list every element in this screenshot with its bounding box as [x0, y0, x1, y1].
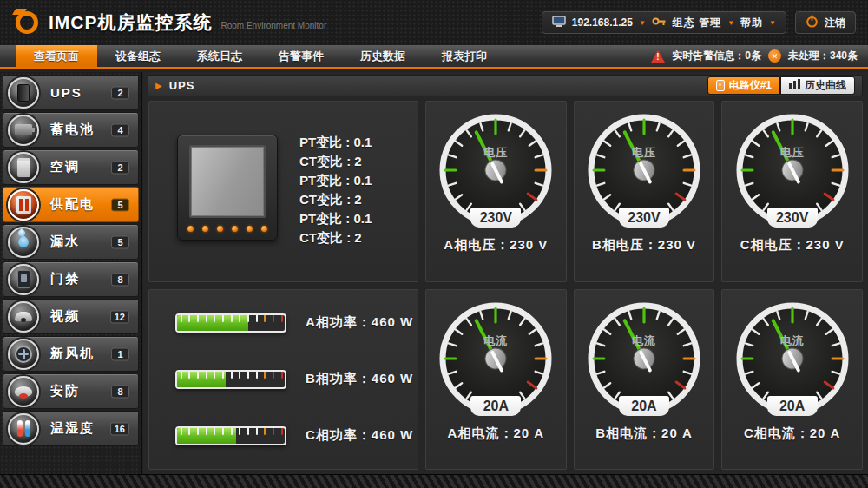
tab-device-config[interactable]: 设备组态	[97, 45, 179, 67]
breadcrumb-arrow-icon: ▶	[155, 81, 162, 90]
gauge-dial-label: 电流	[438, 333, 553, 349]
app-subtitle: Room Environment Monitor	[221, 21, 327, 30]
circuit-meter-button[interactable]: 电路仪#1	[707, 76, 780, 95]
help-menu[interactable]: 帮助	[740, 16, 763, 30]
chevron-down-icon[interactable]: ▼	[639, 19, 646, 27]
app-title: IMCP机房监控系统	[49, 10, 213, 35]
tab-alarm-events[interactable]: 告警事件	[260, 45, 342, 67]
gauge-dial: 电压 230V	[438, 113, 553, 228]
logout-label: 注销	[825, 16, 845, 30]
power-bar-row-a: A相功率：460 W	[175, 313, 418, 333]
sidebar-item-aircon[interactable]: 空调 2	[3, 149, 139, 185]
count-badge: 8	[111, 385, 129, 398]
tab-view-pages[interactable]: 查看页面	[16, 45, 97, 67]
gauge-value-tab: 230V	[619, 208, 669, 228]
logout-button[interactable]: 注销	[795, 11, 856, 34]
gauge-dial: 电流 20A	[587, 301, 701, 416]
ip-address: 192.168.1.25	[572, 16, 633, 29]
power-bar	[175, 313, 286, 333]
config-manage-menu[interactable]: 组态 管理	[673, 16, 721, 30]
count-badge: 2	[111, 161, 129, 174]
gauge-panel-current-a: 电流 20A A相电流：20 A	[425, 289, 567, 471]
gauge-panel-voltage-c: 电压 230V C相电压：230 V	[721, 101, 863, 282]
power-distribution-icon	[8, 189, 39, 221]
temp-humidity-icon	[8, 413, 39, 445]
gauge-dial-label: 电流	[587, 333, 701, 349]
power-icon	[806, 15, 819, 30]
dashboard-grid: PT变比 : 0.1 CT变比 : 2 PT变比 : 0.1 CT变比 : 2 …	[148, 101, 863, 470]
app-header: IMCP机房监控系统 Room Environment Monitor 192.…	[0, 0, 868, 45]
alert-status-area: ! 实时告警信息：0条 ✕ 未处理：340条	[651, 45, 868, 67]
tab-history-data[interactable]: 历史数据	[342, 45, 424, 67]
content-header: ▶ UPS 电路仪#1 历史曲线	[148, 75, 863, 96]
main-navbar: 查看页面 设备组态 系统日志 告警事件 历史数据 报表打印 ! 实时告警信息：0…	[0, 45, 868, 69]
meter-info-panel: PT变比 : 0.1 CT变比 : 2 PT变比 : 0.1 CT变比 : 2 …	[148, 101, 418, 282]
power-meter-device-image	[177, 135, 278, 241]
breadcrumb: UPS	[169, 79, 195, 92]
count-badge: 5	[111, 198, 129, 211]
chevron-down-icon[interactable]: ▼	[769, 19, 776, 27]
gauge-dial: 电流 20A	[735, 301, 850, 416]
title-block: IMCP机房监控系统 Room Environment Monitor	[49, 10, 326, 35]
door-access-icon	[8, 264, 39, 295]
gauge-dial: 电压 230V	[735, 113, 850, 228]
sidebar-item-security[interactable]: 安防 8	[3, 373, 139, 409]
sidebar-item-water-leak[interactable]: 漏水 5	[3, 224, 139, 260]
ratio-line: PT变比 : 0.1	[299, 133, 372, 152]
video-camera-icon	[8, 301, 39, 333]
device-sidebar: UPS 2 蓄电池 4 空调 2 供配电 5 漏水 5 门禁 8	[0, 72, 142, 474]
tab-system-log[interactable]: 系统日志	[179, 45, 260, 67]
gauge-caption: A相电流：20 A	[448, 425, 545, 442]
ratio-line: PT变比 : 0.1	[299, 171, 372, 190]
sidebar-item-ups[interactable]: UPS 2	[3, 75, 139, 110]
power-bar-caption: C相功率：460 W	[306, 427, 413, 444]
imcp-logo-icon	[16, 11, 38, 34]
history-curve-button[interactable]: 历史曲线	[780, 76, 855, 95]
main-content: ▶ UPS 电路仪#1 历史曲线	[143, 72, 868, 474]
key-icon	[652, 16, 667, 29]
gauge-value-tab: 230V	[767, 208, 818, 228]
battery-icon	[8, 115, 39, 146]
sidebar-item-temp-humidity[interactable]: 温湿度 16	[3, 411, 139, 446]
realtime-alert-text: 实时告警信息：0条	[672, 49, 761, 63]
bar-chart-icon	[789, 79, 800, 92]
count-badge: 2	[111, 86, 129, 99]
power-bar	[175, 370, 286, 389]
unhandled-close-icon: ✕	[768, 49, 781, 63]
count-badge: 8	[111, 273, 129, 286]
gauge-panel-voltage-b: 电压 230V B相电压：230 V	[574, 101, 715, 282]
gauge-caption: B相电压：230 V	[592, 237, 696, 254]
sidebar-item-power-distribution[interactable]: 供配电 5	[3, 187, 139, 222]
sidebar-item-video[interactable]: 视频 12	[3, 299, 139, 334]
chevron-down-icon[interactable]: ▼	[727, 19, 734, 27]
ratio-line: CT变比 : 2	[299, 152, 372, 171]
water-leak-icon	[8, 227, 39, 258]
power-bar	[175, 426, 286, 445]
sidebar-item-fresh-air-fan[interactable]: 新风机 1	[3, 336, 139, 372]
content-header-buttons: 电路仪#1 历史曲线	[707, 76, 855, 95]
sidebar-item-door-access[interactable]: 门禁 8	[3, 261, 139, 297]
connection-menu[interactable]: 192.168.1.25 ▼ 组态 管理 ▼ 帮助 ▼	[542, 11, 786, 34]
gauge-value-tab: 20A	[619, 396, 669, 416]
gauge-dial: 电压 230V	[587, 113, 701, 228]
air-conditioner-icon	[8, 152, 39, 183]
count-badge: 4	[111, 123, 129, 136]
header-controls: 192.168.1.25 ▼ 组态 管理 ▼ 帮助 ▼ 注销	[542, 11, 856, 34]
power-bar-ticks	[177, 428, 285, 444]
power-bar-caption: A相功率：460 W	[306, 314, 413, 331]
ratio-line: PT变比 : 0.1	[299, 209, 372, 228]
gauge-dial-label: 电流	[735, 333, 850, 349]
app-window: IMCP机房监控系统 Room Environment Monitor 192.…	[0, 0, 868, 488]
gauge-dial-label: 电压	[735, 145, 850, 161]
sidebar-item-battery[interactable]: 蓄电池 4	[3, 112, 139, 148]
meter-screen	[189, 145, 266, 218]
tab-report-print[interactable]: 报表打印	[424, 45, 505, 67]
gauge-value-tab: 20A	[767, 396, 818, 416]
count-badge: 12	[110, 310, 129, 323]
count-badge: 16	[110, 422, 129, 435]
security-alarm-icon	[8, 376, 39, 407]
gauge-value-tab: 20A	[470, 396, 521, 416]
count-badge: 1	[111, 347, 129, 360]
gauge-dial: 电流 20A	[438, 301, 553, 416]
monitor-icon	[552, 16, 566, 30]
